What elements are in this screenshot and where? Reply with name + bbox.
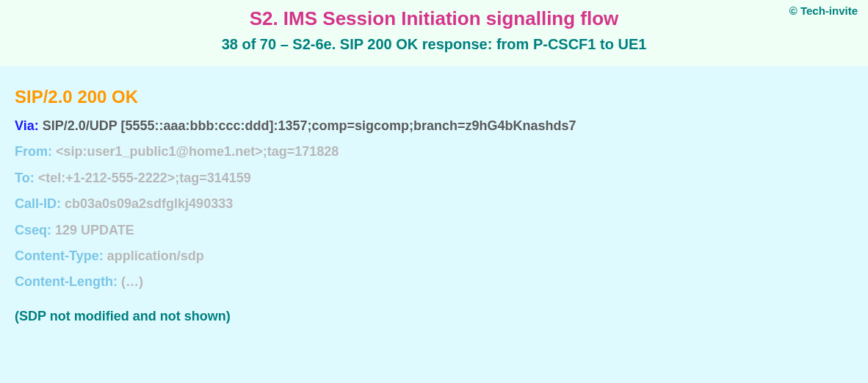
header-name: Via: (15, 118, 39, 133)
header-value: <sip:user1_public1@home1.net>;tag=171828 (52, 144, 339, 159)
header-name: To: (15, 171, 35, 185)
page-title: S2. IMS Session Initiation signalling fl… (0, 7, 868, 30)
message-content: SIP/2.0 200 OK Via: SIP/2.0/UDP [5555::a… (0, 66, 868, 324)
header-value: (…) (117, 274, 143, 289)
header-row: To: <tel:+1-212-555-2222>;tag=314159 (15, 170, 853, 187)
header-row: Call-ID: cb03a0s09a2sdfglkj490333 (15, 196, 853, 212)
header-row: From: <sip:user1_public1@home1.net>;tag=… (15, 143, 853, 160)
header-row: Content-Length: (…) (15, 273, 853, 290)
header-name: Content-Type: (15, 248, 104, 263)
header-name: Content-Length: (15, 274, 117, 289)
header-name: Call-ID: (15, 196, 61, 211)
header-block: © Tech-invite S2. IMS Session Initiation… (0, 0, 868, 66)
request-line: SIP/2.0 200 OK (15, 87, 853, 107)
header-value: application/sdp (104, 248, 204, 263)
header-row: Content-Type: application/sdp (15, 248, 853, 265)
page-subtitle: 38 of 70 – S2-6e. SIP 200 OK response: f… (0, 36, 868, 53)
header-value: <tel:+1-212-555-2222>;tag=314159 (35, 171, 251, 185)
header-row: Cseq: 129 UPDATE (15, 222, 853, 239)
header-value: cb03a0s09a2sdfglkj490333 (61, 196, 233, 211)
sdp-note: (SDP not modified and not shown) (15, 309, 853, 324)
header-value: 129 UPDATE (51, 223, 134, 237)
copyright-text: © Tech-invite (789, 4, 858, 17)
header-value: SIP/2.0/UDP [5555::aaa:bbb:ccc:ddd]:1357… (39, 118, 576, 133)
header-name: From: (15, 144, 52, 159)
header-row: Via: SIP/2.0/UDP [5555::aaa:bbb:ccc:ddd]… (15, 118, 853, 135)
header-name: Cseq: (15, 223, 51, 237)
